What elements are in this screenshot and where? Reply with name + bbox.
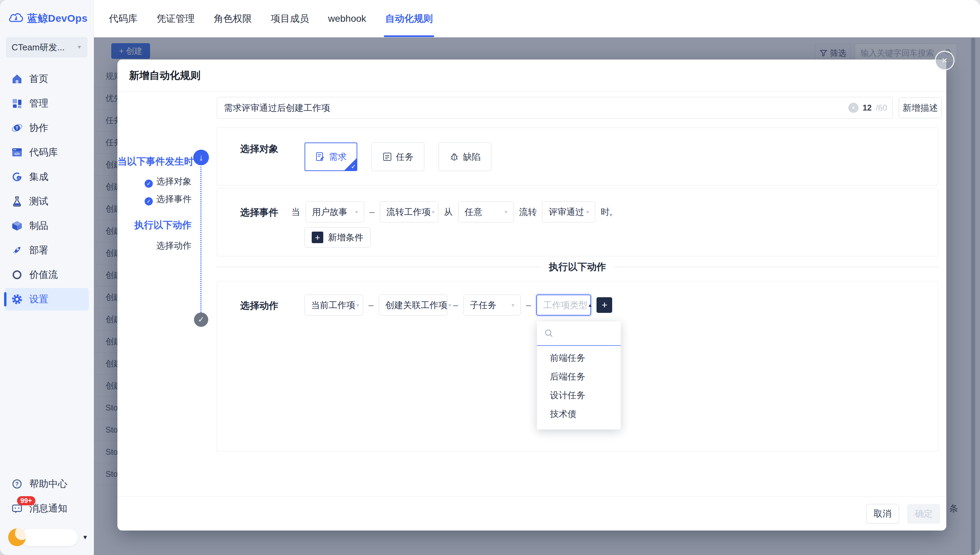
tab-role-permissions[interactable]: 角色权限 xyxy=(214,0,252,37)
add-condition-button[interactable]: + 新增条件 xyxy=(305,227,371,247)
svg-text:T: T xyxy=(16,126,18,131)
rocket-icon xyxy=(11,244,23,257)
action-target-select[interactable]: 当前工作项▼ xyxy=(305,295,363,316)
user-menu[interactable]: ▼ xyxy=(8,528,88,546)
add-action-button[interactable]: + xyxy=(596,297,612,313)
dropdown-option[interactable]: 技术债 xyxy=(537,405,621,423)
event-action-select[interactable]: 流转工作项▼ xyxy=(380,201,438,222)
project-name: CTeam研发... xyxy=(11,42,65,53)
tab-automation-rules[interactable]: 自动化规则 xyxy=(385,0,433,37)
add-automation-rule-dialog: 新增自动化规则 当以下事件发生时 ↓ ✓选择对象 ✓选择事件 执行以下动作 选择… xyxy=(117,59,946,531)
sidebar: 蓝鲸DevOps CTeam研发... ▼ 首页 管理 T 协作 </> 代码库 xyxy=(0,0,94,555)
sync-icon: G xyxy=(11,171,23,183)
check-circle-icon: ✓ xyxy=(145,197,153,205)
stepper-step-object: ✓选择对象 xyxy=(117,175,191,188)
chevron-down-icon: ▼ xyxy=(585,210,590,214)
char-count-max: /60 xyxy=(876,103,887,112)
chevron-down-icon: ▼ xyxy=(511,303,516,308)
svg-text:?: ? xyxy=(15,481,19,487)
task-list-icon xyxy=(382,152,392,162)
char-count-current: 12 xyxy=(863,103,872,112)
action-relation-select[interactable]: 子任务▼ xyxy=(463,295,521,316)
dash-separator: – xyxy=(370,207,374,217)
svg-text:G: G xyxy=(18,176,20,180)
choose-event-label: 选择事件 xyxy=(240,206,291,219)
event-to-status-select[interactable]: 评审通过▼ xyxy=(542,201,595,222)
tab-project-members[interactable]: 项目成员 xyxy=(271,0,309,37)
chevron-down-icon: ▼ xyxy=(82,534,88,541)
dash-separator: – xyxy=(526,300,531,311)
object-card-defect[interactable]: 缺陷 xyxy=(439,143,492,171)
chevron-down-icon: ▼ xyxy=(447,303,452,308)
app-logo: 蓝鲸DevOps xyxy=(0,0,93,32)
stepper-action-title: 执行以下动作 xyxy=(117,219,191,232)
stepper-connector-line xyxy=(201,167,201,314)
rule-name-input[interactable] xyxy=(217,97,893,119)
sidebar-item-settings[interactable]: 设置 xyxy=(5,288,89,311)
choose-event-section: 选择事件 当 用户故事▼ – 流转工作项▼ 从 任意▼ xyxy=(217,188,938,257)
workitem-type-select[interactable]: 工作项类型▲ xyxy=(536,295,591,316)
sidebar-item-repo[interactable]: </> 代码库 xyxy=(5,141,89,164)
add-description-button[interactable]: 新增描述 xyxy=(899,97,942,118)
selected-check-icon: ✓ xyxy=(351,163,356,170)
tab-webhook[interactable]: webhook xyxy=(328,0,366,37)
home-icon xyxy=(11,73,23,85)
avatar xyxy=(8,528,26,546)
event-workitem-type-select[interactable]: 用户故事▼ xyxy=(305,201,364,222)
clear-input-icon[interactable]: × xyxy=(848,103,858,113)
close-dialog-button[interactable]: × xyxy=(935,51,954,71)
dropdown-option[interactable]: 前端任务 xyxy=(537,348,621,367)
chevron-up-icon: ▲ xyxy=(587,303,593,308)
top-navigation: 代码库 凭证管理 角色权限 项目成员 webhook 自动化规则 xyxy=(94,0,980,37)
search-icon xyxy=(545,329,553,338)
stepper-done-check-icon: ✓ xyxy=(194,313,208,327)
sidebar-item-deploy[interactable]: 部署 xyxy=(5,239,89,261)
chevron-down-icon: ▼ xyxy=(504,210,509,214)
plus-icon: + xyxy=(312,232,323,243)
sidebar-item-test[interactable]: 测试 xyxy=(5,190,89,213)
dropdown-search[interactable] xyxy=(537,321,621,346)
notification-badge: 99+ xyxy=(17,496,35,505)
dropdown-option[interactable]: 后端任务 xyxy=(537,367,621,386)
action-operation-select[interactable]: 创建关联工作项▼ xyxy=(379,295,447,316)
check-circle-icon: ✓ xyxy=(145,180,153,188)
notifications-item[interactable]: 99+ 消息通知 xyxy=(5,497,89,520)
event-from-status-select[interactable]: 任意▼ xyxy=(458,201,514,222)
sidebar-item-manage[interactable]: 管理 xyxy=(5,92,89,115)
gear-icon xyxy=(11,293,23,305)
stepper-when-title: 当以下事件发生时 xyxy=(117,155,191,168)
sidebar-item-collab[interactable]: T 协作 xyxy=(5,117,89,139)
ring-icon xyxy=(11,269,23,281)
stepper-step-action: 选择动作 xyxy=(117,240,191,252)
stepper-step-event: ✓选择事件 xyxy=(117,193,191,205)
project-selector[interactable]: CTeam研发... ▼ xyxy=(6,37,87,58)
requirement-doc-icon xyxy=(315,152,325,162)
chevron-down-icon: ▼ xyxy=(354,210,359,214)
app-window: 蓝鲸DevOps CTeam研发... ▼ 首页 管理 T 协作 </> 代码库 xyxy=(0,0,980,555)
cancel-button[interactable]: 取消 xyxy=(866,504,899,524)
help-center-item[interactable]: ? 帮助中心 xyxy=(5,473,89,495)
sidebar-item-integration[interactable]: G 集成 xyxy=(5,165,89,188)
sidebar-item-valuestream[interactable]: 价值流 xyxy=(5,263,89,286)
sidebar-menu: 首页 管理 T 协作 </> 代码库 G 集成 测试 xyxy=(0,60,93,313)
dropdown-option[interactable]: 设计任务 xyxy=(537,386,621,405)
bug-icon xyxy=(450,152,459,162)
grid-icon xyxy=(11,97,23,109)
tab-credentials[interactable]: 凭证管理 xyxy=(156,0,194,37)
object-card-requirement[interactable]: 需求 ✓ xyxy=(305,143,357,171)
flask-icon xyxy=(11,195,23,207)
chevron-down-icon: ▼ xyxy=(77,45,82,50)
word-from: 从 xyxy=(444,206,453,218)
object-card-task[interactable]: 任务 xyxy=(371,143,424,171)
execute-actions-divider: 执行以下动作 xyxy=(217,258,938,276)
sidebar-item-home[interactable]: 首页 xyxy=(5,68,89,90)
sidebar-item-artifact[interactable]: 制品 xyxy=(5,215,89,237)
workitem-type-dropdown: 前端任务 后端任务 设计任务 技术债 xyxy=(537,321,621,430)
svg-text:</>: </> xyxy=(14,152,20,156)
confirm-button[interactable]: 确定 xyxy=(907,504,940,524)
code-repo-icon: </> xyxy=(11,146,23,159)
username-pill xyxy=(21,529,78,546)
rule-name-counter: × 12 /60 xyxy=(845,97,893,119)
cube-icon xyxy=(11,220,23,232)
tab-code-repo[interactable]: 代码库 xyxy=(109,0,138,37)
